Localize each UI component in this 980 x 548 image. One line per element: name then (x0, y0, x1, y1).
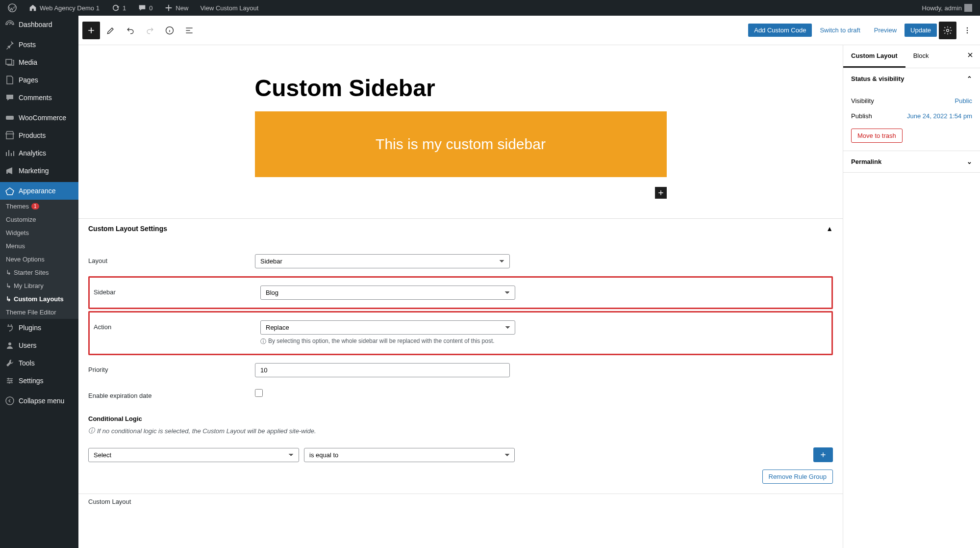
expiration-checkbox[interactable] (255, 389, 263, 397)
settings-toggle-button[interactable] (939, 22, 956, 39)
remove-rule-button[interactable]: Remove Rule Group (762, 470, 833, 484)
tab-block[interactable]: Block (905, 45, 937, 68)
submenu-starter[interactable]: ↳Starter Sites (0, 266, 78, 279)
sidebar-highlight: Sidebar Blog (88, 276, 833, 309)
permalink-heading[interactable]: Permalink⌄ (843, 151, 980, 172)
sidebar-item-marketing[interactable]: Marketing (0, 162, 78, 180)
cls-heading[interactable]: Custom Layout Settings ▲ (78, 219, 843, 238)
submenu-custom-layouts[interactable]: ↳Custom Layouts (0, 292, 78, 306)
undo-button[interactable] (122, 22, 139, 39)
new-content[interactable]: New (160, 0, 192, 16)
visibility-value[interactable]: Public (955, 97, 972, 104)
analytics-icon (5, 148, 15, 158)
submenu-widgets[interactable]: Widgets (0, 226, 78, 239)
close-panel-button[interactable] (960, 45, 980, 68)
info-button[interactable] (161, 22, 178, 39)
svg-point-6 (967, 27, 968, 28)
layout-select[interactable]: Sidebar (255, 254, 510, 268)
insert-block-button[interactable] (655, 187, 667, 199)
outline-button[interactable] (180, 22, 198, 39)
submenu-label: My Library (14, 282, 44, 289)
submenu-label: Themes (6, 203, 29, 210)
submenu-customize[interactable]: Customize (0, 213, 78, 226)
hint-text: By selecting this option, the whole side… (268, 338, 495, 344)
sidebar-item-appearance[interactable]: Appearance (0, 182, 78, 200)
sidebar-item-analytics[interactable]: Analytics (0, 144, 78, 162)
priority-input[interactable] (255, 363, 510, 377)
sidebar-select[interactable]: Blog (260, 286, 515, 300)
chevron-down-icon: ⌄ (967, 158, 972, 165)
sidebar-item-plugins[interactable]: Plugins (0, 319, 78, 337)
submenu-themes[interactable]: Themes1 (0, 200, 78, 213)
sidebar-item-label: Products (19, 131, 46, 139)
publish-row: Publish June 24, 2022 1:54 pm (851, 108, 972, 124)
submenu-library[interactable]: ↳My Library (0, 279, 78, 292)
badge: 1 (31, 203, 39, 209)
conditional-hint: ⓘIf no conditional logic is selected, th… (88, 426, 833, 435)
submenu-neve[interactable]: Neve Options (0, 253, 78, 266)
arrow-icon: ↳ (6, 295, 11, 303)
sidebar-item-label: Posts (19, 41, 36, 49)
preview-button[interactable]: Preview (868, 24, 903, 37)
action-hint: ⓘBy selecting this option, the whole sid… (260, 338, 515, 346)
howdy[interactable]: Howdy, admin (918, 0, 976, 16)
switch-draft-button[interactable]: Switch to draft (814, 24, 866, 37)
wp-logo[interactable] (4, 0, 21, 16)
sidebar-item-label: Pages (19, 76, 38, 84)
update-icon (111, 3, 120, 12)
info-icon: ⓘ (260, 338, 266, 346)
move-to-trash-button[interactable]: Move to trash (851, 129, 903, 143)
rule-condition-select[interactable]: Select (88, 448, 299, 462)
sidebar-item-comments[interactable]: Comments (0, 89, 78, 106)
comments-bar[interactable]: 0 (134, 0, 156, 16)
add-block-button[interactable] (82, 22, 100, 39)
updates-count: 1 (123, 4, 126, 12)
edit-mode-button[interactable] (102, 22, 120, 39)
sidebar-item-posts[interactable]: Posts (0, 36, 78, 53)
breadcrumb[interactable]: Custom Layout (78, 494, 843, 509)
more-options-button[interactable] (958, 22, 976, 39)
updates[interactable]: 1 (107, 0, 130, 16)
svg-point-7 (967, 29, 968, 31)
svg-point-3 (6, 397, 14, 405)
section-label: Status & visibility (851, 75, 904, 82)
comment-icon (138, 3, 147, 12)
home-icon (28, 3, 37, 12)
sidebar-item-products[interactable]: Products (0, 127, 78, 144)
view-layout[interactable]: View Custom Layout (196, 0, 262, 16)
layout-row: Layout Sidebar (88, 248, 833, 274)
conditional-logic-heading: Conditional Logic (88, 415, 833, 422)
add-custom-code-button[interactable]: Add Custom Code (748, 24, 812, 37)
sidebar-item-collapse[interactable]: Collapse menu (0, 392, 78, 410)
sidebar-item-users[interactable]: Users (0, 337, 78, 354)
sidebar-item-settings[interactable]: Settings (0, 372, 78, 390)
submenu-theme-editor[interactable]: Theme File Editor (0, 306, 78, 319)
sidebar-item-label: Plugins (19, 324, 41, 332)
sidebar-item-woocommerce[interactable]: WooCommerce (0, 109, 78, 127)
sidebar-item-pages[interactable]: Pages (0, 71, 78, 89)
submenu-label: Theme File Editor (6, 309, 56, 316)
sidebar-label: Sidebar (94, 286, 260, 296)
redo-button[interactable] (141, 22, 159, 39)
custom-sidebar-block[interactable]: This is my custom sidebar (255, 111, 667, 177)
status-visibility-heading[interactable]: Status & visibility⌃ (843, 68, 980, 89)
priority-label: Priority (88, 363, 255, 373)
sidebar-item-tools[interactable]: Tools (0, 354, 78, 372)
editor-canvas[interactable]: Custom Sidebar This is my custom sidebar… (78, 45, 843, 548)
sidebar-item-label: WooCommerce (19, 114, 66, 122)
new-label: New (176, 4, 188, 12)
admin-bar: Web Agency Demo 1 1 0 New View Custom La… (0, 0, 980, 16)
rule-operator-select[interactable]: is equal to (304, 448, 515, 462)
sidebar-item-media[interactable]: Media (0, 53, 78, 71)
publish-value[interactable]: June 24, 2022 1:54 pm (907, 112, 972, 120)
post-title[interactable]: Custom Sidebar (255, 45, 667, 111)
site-name[interactable]: Web Agency Demo 1 (25, 0, 103, 16)
action-select[interactable]: Replace (260, 320, 515, 335)
update-button[interactable]: Update (905, 24, 937, 37)
submenu-menus[interactable]: Menus (0, 239, 78, 253)
add-rule-button[interactable] (813, 447, 833, 462)
tab-custom-layout[interactable]: Custom Layout (843, 45, 905, 68)
sidebar-item-dashboard[interactable]: Dashboard (0, 16, 78, 33)
sidebar-item-label: Media (19, 58, 37, 66)
svg-point-5 (947, 29, 949, 31)
